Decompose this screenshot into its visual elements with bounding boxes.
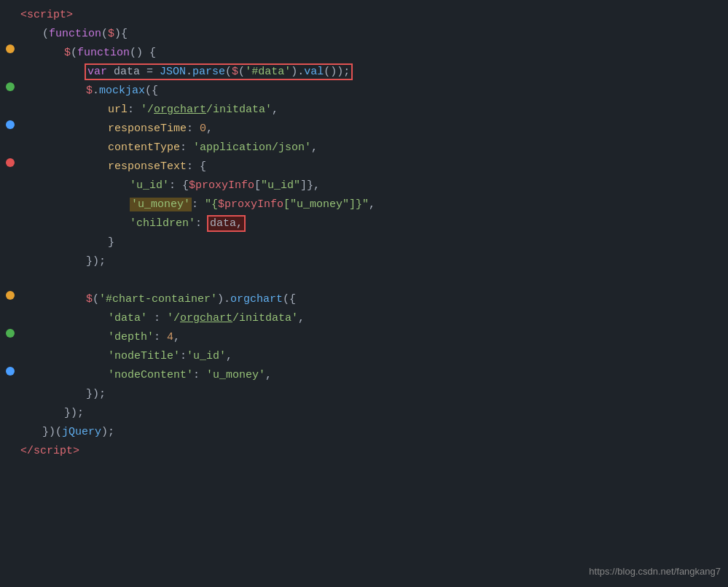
code-line: </script> [0, 442, 728, 461]
code-line: $('#chart-container').orgchart({ [0, 290, 728, 309]
code-line: $.mockjax({ [0, 82, 728, 101]
line-content: $('#chart-container').orgchart({ [20, 291, 728, 308]
line-content: 'u_id': {$proxyInfo["u_id"]}, [20, 177, 728, 195]
line-content: } [20, 234, 728, 252]
line-content: responseText: { [20, 158, 728, 176]
gutter-icon-red [6, 158, 15, 167]
code-line: 'data' : '/orgchart/initdata', [0, 309, 728, 328]
line-gutter [0, 329, 20, 338]
line-gutter [0, 291, 20, 300]
line-content: }); [20, 253, 728, 271]
code-line: 'children': data, [0, 214, 728, 233]
line-content: })(jQuery); [20, 424, 728, 441]
gutter-icon-orange [6, 291, 15, 300]
line-content: contentType: 'application/json', [20, 139, 728, 157]
line-content: <script> [20, 7, 728, 24]
code-line: }); [0, 404, 728, 423]
code-line: (function($){ [0, 25, 728, 44]
line-content: $.mockjax({ [20, 82, 728, 100]
code-line: }); [0, 252, 728, 271]
code-line: 'depth': 4, [0, 328, 728, 347]
gutter-icon-blue [6, 120, 15, 129]
line-content: 'nodeContent': 'u_money', [20, 367, 728, 384]
line-gutter [0, 82, 20, 91]
gutter-icon-blue [6, 367, 15, 376]
line-content: 'u_money': "{$proxyInfo["u_money"]}", [20, 196, 728, 214]
line-content: url: '/orgchart/initdata', [20, 101, 728, 119]
line-content: 'children': data, [20, 215, 728, 233]
gutter-icon-green [6, 82, 15, 91]
code-line: 'nodeTitle':'u_id', [0, 347, 728, 366]
code-line: responseTime: 0, [0, 120, 728, 139]
code-line: responseText: { [0, 158, 728, 176]
code-line: 'u_id': {$proxyInfo["u_id"]}, [0, 176, 728, 195]
code-line: contentType: 'application/json', [0, 139, 728, 158]
line-content: 'nodeTitle':'u_id', [20, 348, 728, 365]
line-content: var data = JSON.parse($('#data').val()); [20, 63, 728, 81]
code-editor: <script>(function($){$(function() {var d… [0, 0, 728, 467]
line-content: </script> [20, 443, 728, 460]
code-line: 'nodeContent': 'u_money', [0, 366, 728, 385]
line-content: }); [20, 405, 728, 422]
line-content: 'depth': 4, [20, 329, 728, 346]
line-content: 'data' : '/orgchart/initdata', [20, 310, 728, 327]
line-content: (function($){ [20, 26, 728, 43]
line-gutter [0, 120, 20, 129]
code-line: url: '/orgchart/initdata', [0, 101, 728, 120]
line-gutter [0, 367, 20, 376]
line-content: }); [20, 386, 728, 403]
line-gutter [0, 158, 20, 167]
code-line: } [0, 233, 728, 252]
line-content: $(function() { [20, 44, 728, 62]
code-line: 'u_money': "{$proxyInfo["u_money"]}", [0, 195, 728, 214]
code-line: $(function() { [0, 44, 728, 63]
gutter-icon-orange [6, 44, 15, 53]
code-line: var data = JSON.parse($('#data').val()); [0, 63, 728, 82]
code-line [0, 271, 728, 290]
code-line: })(jQuery); [0, 423, 728, 442]
line-gutter [0, 44, 20, 53]
gutter-icon-green [6, 329, 15, 338]
code-line: <script> [0, 6, 728, 25]
line-content: responseTime: 0, [20, 120, 728, 138]
code-line: }); [0, 385, 728, 404]
watermark: https://blog.csdn.net/fangkang7 [589, 564, 721, 580]
